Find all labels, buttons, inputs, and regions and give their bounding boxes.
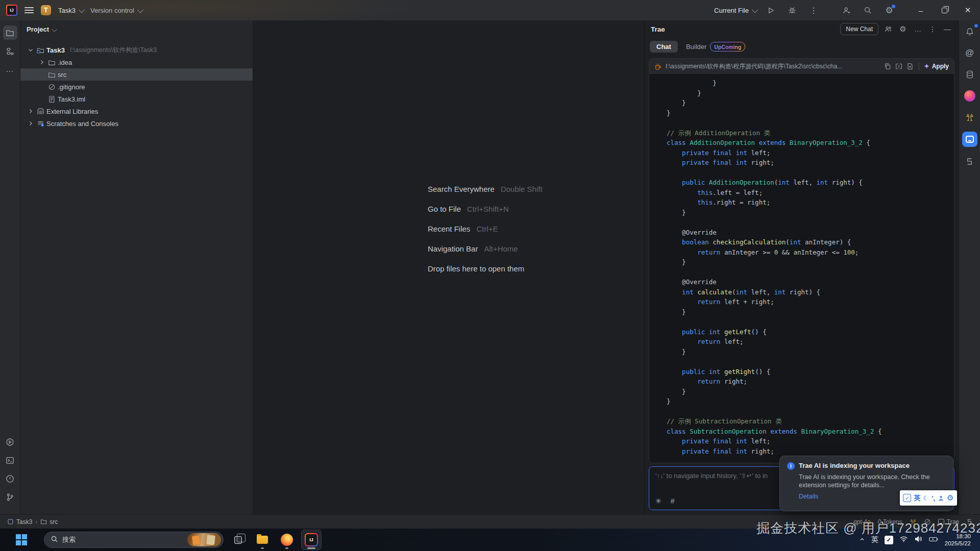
eye-off-icon[interactable] xyxy=(924,518,931,525)
tree-item-external-libraries[interactable]: External Libraries xyxy=(20,105,253,117)
new-chat-button[interactable]: New Chat xyxy=(840,23,878,35)
search-icon[interactable] xyxy=(863,5,873,15)
structure-tool-icon[interactable] xyxy=(3,44,17,58)
security-app-icon[interactable]: ✓ xyxy=(885,536,893,544)
notification-details-link[interactable]: Details xyxy=(799,493,818,500)
project-tool-icon[interactable] xyxy=(3,26,17,40)
s-code-status-icon[interactable] xyxy=(966,518,973,525)
more-tools-icon[interactable]: … xyxy=(3,62,17,77)
tree-item-scratches-and-consoles[interactable]: Scratches and Consoles xyxy=(20,117,253,130)
file-explorer-app[interactable] xyxy=(252,530,273,550)
celebration-glasses-icon[interactable] xyxy=(963,110,977,124)
ime-settings-icon[interactable]: ⚙ xyxy=(947,493,953,503)
chevron-right-icon[interactable] xyxy=(27,107,35,115)
main-menu-icon[interactable] xyxy=(24,7,34,13)
tab-chat[interactable]: Chat xyxy=(650,41,678,53)
s-code-tool-icon[interactable] xyxy=(963,154,977,168)
ime-user-icon[interactable] xyxy=(938,495,944,502)
project-panel-header[interactable]: Project xyxy=(20,20,253,38)
chevron-right-icon[interactable] xyxy=(27,119,35,128)
token-counter[interactable]: 0 Tokens xyxy=(878,518,902,525)
database-tool-icon[interactable] xyxy=(963,67,977,82)
version-control-tool-icon[interactable] xyxy=(3,490,17,504)
snippet-file-path[interactable]: I:\assignments\软件构造\程序源代码\源程序\Task2\src\… xyxy=(666,62,880,71)
ignore-icon xyxy=(48,83,56,91)
intellij-app[interactable]: IJ xyxy=(301,530,322,550)
enhance-prompt-icon[interactable]: ✳ xyxy=(655,497,662,505)
copy-icon[interactable] xyxy=(884,63,891,70)
ime-toolbar[interactable]: ✓ 英 ☾ ’, ⚙ xyxy=(900,490,957,506)
code-block[interactable]: } } }} // 示例 AdditionOperation 类class Ad… xyxy=(649,74,954,463)
scratch-icon xyxy=(37,120,44,128)
taskbar-clock[interactable]: 18:30 2025/5/22 xyxy=(945,533,971,547)
firefox-app[interactable] xyxy=(277,530,297,550)
taskbar-search[interactable]: 搜索 xyxy=(44,532,224,548)
insert-code-icon[interactable] xyxy=(895,63,902,70)
more-actions-icon[interactable]: ⋮ xyxy=(808,5,819,15)
kebab-menu-icon[interactable]: ⋮ xyxy=(927,24,938,34)
tree-item-idea[interactable]: .idea xyxy=(20,56,253,68)
tree-item-gitignore[interactable]: .gitignore xyxy=(20,81,253,93)
tab-builder[interactable]: Builder UpComing xyxy=(686,42,746,52)
vcs-widget[interactable]: Version control xyxy=(90,7,142,14)
ime-language-indicator[interactable]: 英 xyxy=(871,535,878,544)
trae-settings-icon[interactable]: ⚙ xyxy=(898,24,908,34)
breadcrumb-folder-label: src xyxy=(50,518,58,525)
sparkle-icon: ✦ xyxy=(924,63,929,70)
hide-panel-icon[interactable]: — xyxy=(942,24,952,34)
apply-button[interactable]: ✦ Apply xyxy=(924,63,949,70)
ime-punctuation-icon[interactable]: ’, xyxy=(932,494,935,502)
battery-icon[interactable] xyxy=(929,536,939,544)
restore-button[interactable] xyxy=(938,6,950,15)
shortcut-action-link[interactable]: Search Everywhere xyxy=(428,185,495,193)
shortcut-action-link[interactable]: Drop files here to open them xyxy=(428,264,524,273)
terminal-tool-icon[interactable] xyxy=(3,453,17,467)
trae-tool-icon[interactable] xyxy=(962,132,977,147)
clock-date: 2025/5/22 xyxy=(945,540,971,547)
chevron-right-icon[interactable] xyxy=(38,58,46,66)
wifi-icon[interactable] xyxy=(899,535,908,544)
model-indicator[interactable]: gpt-4o xyxy=(853,518,871,525)
new-file-icon[interactable] xyxy=(906,63,914,70)
trae-status-widget[interactable]: Trae xyxy=(938,518,959,525)
plugin-orb-icon[interactable] xyxy=(963,89,977,103)
editor-area[interactable]: Search EverywhereDouble ShiftGo to FileC… xyxy=(253,20,644,514)
tree-item-src[interactable]: src xyxy=(20,68,253,81)
volume-icon[interactable] xyxy=(914,535,923,544)
breadcrumb-folder[interactable]: src xyxy=(40,518,58,525)
title-bar: IJ T Task3 Version control Current File … xyxy=(0,0,980,20)
tray-expand-icon[interactable] xyxy=(859,536,865,544)
run-config-selector[interactable]: Current File xyxy=(714,7,756,14)
share-users-icon[interactable] xyxy=(883,24,893,34)
chevron-down-icon[interactable] xyxy=(27,46,35,54)
minimize-button[interactable]: – xyxy=(915,6,927,15)
celebration-status-icon[interactable] xyxy=(910,518,917,525)
task-view-button[interactable] xyxy=(228,530,248,550)
code-with-me-icon[interactable] xyxy=(841,5,851,15)
debug-button[interactable] xyxy=(787,5,797,15)
ai-assistant-icon[interactable]: @ xyxy=(963,46,977,60)
notifications-bell-icon[interactable] xyxy=(963,24,977,39)
close-button[interactable]: ✕ xyxy=(962,6,974,15)
breadcrumb-project[interactable]: Task3 xyxy=(7,518,32,525)
problems-tool-icon[interactable] xyxy=(3,471,17,486)
shortcut-action-link[interactable]: Navigation Bar xyxy=(428,244,478,253)
services-tool-icon[interactable] xyxy=(3,435,17,449)
trae-mini-icon xyxy=(938,519,944,525)
left-tool-stripe: … xyxy=(0,20,20,514)
tree-item-task3[interactable]: Task3I:\assignments\软件构造\Task3 xyxy=(20,44,253,56)
ime-moon-icon[interactable]: ☾ xyxy=(923,494,929,502)
more-horizontal-icon[interactable]: … xyxy=(913,24,923,34)
ime-lang-toggle[interactable]: 英 xyxy=(914,493,920,503)
context-hash-icon[interactable]: # xyxy=(671,497,675,505)
code-line xyxy=(667,217,954,228)
settings-gear-icon[interactable]: ⚙ xyxy=(884,5,894,15)
tree-item-task3-iml[interactable]: Task3.iml xyxy=(20,93,253,105)
ime-logo-icon[interactable]: ✓ xyxy=(903,494,911,502)
shortcut-action-link[interactable]: Recent Files xyxy=(428,224,470,233)
search-highlight-image[interactable] xyxy=(187,533,221,546)
shortcut-action-link[interactable]: Go to File xyxy=(428,205,461,213)
project-widget[interactable]: Task3 xyxy=(58,7,83,14)
run-button[interactable] xyxy=(766,5,776,15)
start-button[interactable] xyxy=(11,530,32,550)
